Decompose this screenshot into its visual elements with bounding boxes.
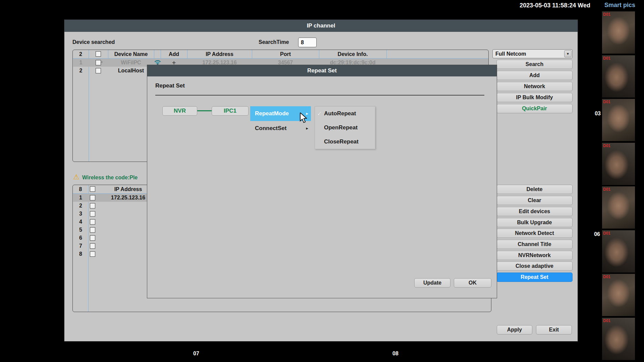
- column-separator: [319, 50, 319, 58]
- row-number: 2: [73, 67, 89, 75]
- channel-06-label: 06: [591, 231, 600, 237]
- row-checkbox[interactable]: [90, 195, 95, 200]
- update-button[interactable]: Update: [414, 278, 450, 288]
- row-number: 5: [73, 226, 88, 234]
- nvr-node: NVR: [162, 106, 197, 116]
- col-device-info: Device Info.: [319, 50, 386, 58]
- column-separator: [386, 50, 387, 58]
- col-add: Add: [161, 50, 187, 58]
- nvr-network-button[interactable]: NVRNetwork: [496, 251, 573, 260]
- column-separator: [161, 50, 161, 58]
- delete-button[interactable]: Delete: [496, 185, 573, 194]
- bulk-upgrade-button[interactable]: Bulk Upgrade: [496, 218, 573, 227]
- channel-03-label: 03: [592, 111, 601, 117]
- row-number: 7: [73, 242, 88, 250]
- close-adaptive-button[interactable]: Close adaptive: [496, 261, 573, 271]
- warning-icon: ⚠: [73, 173, 79, 181]
- channel-08-label: 08: [390, 351, 400, 357]
- channel-title-button[interactable]: Channel Title: [496, 240, 573, 249]
- thumbnail-channel-label: D01: [603, 12, 610, 17]
- submenu-item-closerepeat[interactable]: CloseRepeat: [315, 135, 376, 149]
- search-button[interactable]: Search: [496, 60, 573, 69]
- row-checkbox[interactable]: [90, 211, 95, 217]
- menu-item-label: RepeatMode: [255, 110, 289, 117]
- smart-pic-thumbnail[interactable]: D01: [602, 230, 635, 273]
- row-number: 4: [73, 218, 88, 226]
- device-searched-label: Device searched: [72, 39, 115, 45]
- row-number: 1: [73, 59, 89, 67]
- submenu-item-label: OpenRepeat: [324, 124, 358, 131]
- network-detect-button[interactable]: Network Detect: [496, 229, 573, 238]
- repeat-set-button[interactable]: Repeat Set: [496, 273, 573, 282]
- row-number: 8: [73, 250, 88, 258]
- smart-pic-thumbnail[interactable]: D01: [602, 143, 635, 185]
- network-button[interactable]: Network: [496, 82, 573, 91]
- warning-text: Wireless the code:Ple: [82, 175, 147, 181]
- section-label: Repeat Set: [155, 82, 185, 89]
- row-checkbox[interactable]: [90, 235, 95, 241]
- device-count: 2: [73, 50, 89, 58]
- edit-devices-button[interactable]: Edit devices: [496, 207, 573, 216]
- channel-count: 8: [73, 185, 88, 193]
- add-button[interactable]: Add: [496, 71, 573, 80]
- channel-07-label: 07: [191, 351, 201, 357]
- link-line: [197, 110, 212, 111]
- check-icon: ✓: [317, 107, 322, 121]
- star-marker: *: [99, 59, 104, 67]
- submenu-item-openrepeat[interactable]: OpenRepeat: [315, 121, 376, 135]
- thumbnail-channel-label: D01: [603, 187, 610, 192]
- column-separator: [154, 50, 154, 58]
- menu-item-label: ConnectSet: [255, 125, 286, 131]
- submenu-item-autorepeat[interactable]: ✓ AutoRepeat: [315, 107, 376, 121]
- dialog-title: IP channel: [64, 20, 578, 32]
- column-separator: [252, 50, 252, 58]
- row-number: 1: [73, 194, 88, 202]
- column-separator: [108, 50, 108, 58]
- ipc1-node: IPC1: [212, 106, 249, 116]
- row-checkbox[interactable]: [90, 203, 95, 208]
- search-time-label: SearchTime: [259, 39, 289, 45]
- thumbnail-channel-label: D01: [603, 231, 610, 236]
- row-number: 6: [73, 234, 88, 242]
- col-device-name: Device Name: [108, 50, 154, 58]
- repeatmode-submenu: ✓ AutoRepeat OpenRepeat CloseRepeat: [315, 106, 375, 149]
- submenu-item-label: CloseRepeat: [324, 138, 359, 145]
- smart-pic-thumbnail[interactable]: D01: [602, 186, 635, 229]
- chevron-down-icon[interactable]: ▼: [564, 50, 572, 57]
- thumbnail-channel-label: D01: [603, 100, 610, 104]
- thumbnail-channel-label: D01: [603, 318, 610, 323]
- row-checkbox[interactable]: [90, 219, 95, 225]
- datetime-display: 2023-05-03 11:58:24 Wed: [513, 2, 590, 9]
- column-separator: [187, 50, 187, 58]
- repeat-set-modal: Repeat Set Repeat Set NVR IPC1 RepeatMod…: [147, 65, 497, 298]
- row-checkbox[interactable]: [90, 251, 95, 257]
- submenu-item-label: AutoRepeat: [324, 110, 356, 117]
- quickpair-button[interactable]: QuickPair: [496, 104, 573, 113]
- modal-title: Repeat Set: [147, 65, 497, 76]
- smart-pic-thumbnail[interactable]: D01: [602, 99, 635, 141]
- select-all-checkbox[interactable]: [96, 51, 101, 57]
- exit-button[interactable]: Exit: [536, 325, 572, 335]
- smart-pic-thumbnail[interactable]: D01: [602, 55, 635, 98]
- protocol-dropdown[interactable]: Full Netcom ▼: [492, 49, 573, 58]
- row-checkbox[interactable]: [90, 243, 95, 249]
- smart-pics-label: Smart pics: [601, 2, 638, 9]
- col-ip-address: IP Address: [187, 50, 252, 58]
- smart-pic-thumbnail[interactable]: D01: [602, 274, 635, 316]
- smart-pic-thumbnail[interactable]: D01: [602, 318, 635, 360]
- section-divider: [155, 95, 484, 96]
- col-port: Port: [252, 50, 319, 58]
- ip-bulk-modify-button[interactable]: IP Bulk Modify: [496, 93, 573, 102]
- row-checkbox[interactable]: [90, 227, 95, 233]
- thumbnail-channel-label: D01: [603, 143, 610, 148]
- ok-button[interactable]: OK: [454, 278, 491, 288]
- thumbnail-channel-label: D01: [603, 56, 610, 61]
- apply-button[interactable]: Apply: [497, 325, 532, 335]
- select-all-checkbox[interactable]: [90, 186, 95, 192]
- clear-button[interactable]: Clear: [496, 196, 573, 205]
- search-time-input[interactable]: 8: [298, 38, 317, 47]
- smart-pic-thumbnail[interactable]: D01: [602, 11, 635, 54]
- protocol-dropdown-value: Full Netcom: [493, 50, 572, 58]
- mouse-cursor: [300, 113, 310, 123]
- row-checkbox[interactable]: [96, 68, 101, 73]
